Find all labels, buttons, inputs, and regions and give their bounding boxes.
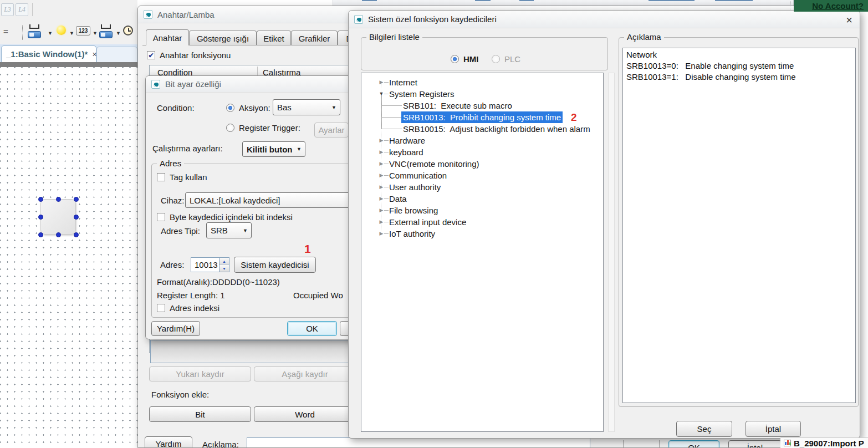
tree-item-system-registers[interactable]: ▼ System Registers xyxy=(361,88,603,100)
system-dialog-titlebar[interactable]: Sistem özel fonksiyon kaydedicileri xyxy=(349,11,860,28)
chevron-right-icon[interactable]: ▶ xyxy=(377,146,385,158)
tree-item-keyboard[interactable]: ▶ keyboard xyxy=(361,146,603,158)
switch-dropdown-arrow-icon[interactable]: ▼ xyxy=(48,30,53,36)
chevron-right-icon[interactable]: ▶ xyxy=(377,158,385,170)
window-button-l3[interactable]: L3 xyxy=(1,3,14,16)
use-tag-checkbox[interactable]: Tag kullan xyxy=(157,172,207,182)
lamp-widget-icon[interactable] xyxy=(57,26,66,35)
radio-label: Register Trigger: xyxy=(239,123,300,133)
byte-bit-index-checkbox[interactable]: Byte kaydedici içindeki bit indeksi xyxy=(157,212,293,222)
tab-anahtar[interactable]: Anahtar xyxy=(146,29,189,45)
numeric-dropdown-arrow-icon[interactable]: ▼ xyxy=(93,30,98,36)
tree-item-internet[interactable]: ▶ Internet xyxy=(361,77,603,88)
selection-handle-e[interactable] xyxy=(74,215,79,220)
description-line: SRB10013=1: Disable changing system time xyxy=(626,72,852,83)
tree-item-user-authority[interactable]: ▶ User authority xyxy=(361,181,603,193)
tree-item-data[interactable]: ▶ Data xyxy=(361,193,603,205)
chevron-right-icon[interactable]: ▶ xyxy=(377,228,385,240)
selection-handle-se[interactable] xyxy=(74,232,79,237)
tree-item-vnc[interactable]: ▶ VNC(remote monitoring) xyxy=(361,158,603,170)
help-button[interactable]: Yardım(H) xyxy=(151,321,200,336)
tree-item-srb10015[interactable]: SRB10015: Adjust backlight forbidden whe… xyxy=(361,123,603,135)
bit-dialog-titlebar[interactable]: Bit ayar özelliği xyxy=(146,76,364,93)
chevron-right-icon[interactable]: ▶ xyxy=(377,193,385,205)
plc-radio[interactable]: PLC xyxy=(492,54,520,64)
selection-handle-n[interactable] xyxy=(56,197,61,202)
condition-label: Condition: xyxy=(157,103,195,113)
clock-widget-icon[interactable] xyxy=(123,26,133,35)
tab-close-icon[interactable]: × xyxy=(92,50,96,59)
no-account-link[interactable]: No Account? xyxy=(812,1,864,11)
cancel-button[interactable]: İptal xyxy=(746,421,801,437)
toolbar-drag-handle-icon[interactable]: = xyxy=(3,27,8,36)
scroll-down-button[interactable]: Aşağı kaydır xyxy=(254,366,356,381)
selection-handle-ne[interactable] xyxy=(74,197,79,202)
design-canvas[interactable] xyxy=(0,67,137,448)
cancel-button[interactable]: İptal xyxy=(728,440,782,448)
toggle-dropdown-arrow-icon[interactable]: ▼ xyxy=(116,30,121,36)
selection-handle-w[interactable] xyxy=(38,215,43,220)
chevron-right-icon[interactable]: ▶ xyxy=(377,170,385,181)
action-radio[interactable]: Aksiyon: xyxy=(226,103,270,113)
action-select[interactable]: Bas ▼ xyxy=(273,99,340,115)
ok-button[interactable]: OK xyxy=(668,440,719,448)
tab-grafikler[interactable]: Grafikler xyxy=(291,30,338,45)
selection-handle-nw[interactable] xyxy=(38,197,43,202)
address-type-select[interactable]: SRB ▼ xyxy=(206,222,252,238)
chevron-right-icon[interactable]: ▶ xyxy=(377,205,385,216)
address-input[interactable]: 10013 xyxy=(191,257,219,272)
toggle-body-glyph xyxy=(99,31,113,38)
ok-button[interactable]: OK xyxy=(287,321,337,336)
tree-item-srb10013-selected[interactable]: SRB10013: Prohibit changing system time … xyxy=(361,111,603,123)
tab-basic-window[interactable]: _1:Basic Window(1)* × xyxy=(1,45,96,62)
tree-item-communication[interactable]: ▶ Communication xyxy=(361,170,603,181)
numeric-display-icon[interactable]: 123 xyxy=(76,26,90,35)
close-icon[interactable]: × xyxy=(842,13,856,27)
add-bit-button[interactable]: Bit xyxy=(149,406,251,422)
lamp-dropdown-arrow-icon[interactable]: ▼ xyxy=(69,30,74,36)
spinner-up-icon[interactable]: ▲ xyxy=(219,258,229,264)
chevron-right-icon[interactable]: ▶ xyxy=(377,135,385,146)
description-input[interactable] xyxy=(247,437,590,448)
status-text: B_29007:Import P xyxy=(794,439,864,448)
switch-widget-icon[interactable] xyxy=(28,24,44,39)
switch-function-checkbox[interactable]: ✔ Anahtar fonksiyonu xyxy=(147,50,231,60)
address-index-checkbox[interactable]: Adres indeksi xyxy=(157,303,219,313)
tree-item-file-browsing[interactable]: ▶ File browsing xyxy=(361,205,603,216)
tree-item-label: System Registers xyxy=(389,88,455,100)
help-button[interactable]: Yardım xyxy=(145,436,192,448)
device-select[interactable]: LOKAL:[Lokal kaydedici] xyxy=(185,192,365,208)
register-tree[interactable]: ▶ Internet ▼ System Registers SRB101: Ex… xyxy=(361,73,604,432)
selection-handle-s[interactable] xyxy=(56,232,61,237)
tree-item-external-input[interactable]: ▶ External input device xyxy=(361,216,603,228)
system-register-button[interactable]: Sistem kaydedicisi xyxy=(234,257,316,273)
run-settings-select[interactable]: Kilitli buton ▼ xyxy=(242,141,305,157)
window-button-l4[interactable]: L4 xyxy=(16,3,28,16)
tab-etiket[interactable]: Etiket xyxy=(257,30,291,45)
window-top-accent xyxy=(362,0,377,1)
tree-item-iot-authority[interactable]: ▶ IoT authority xyxy=(361,228,603,240)
chevron-right-icon[interactable]: ▶ xyxy=(377,216,385,228)
group-legend: Bilgileri listele xyxy=(366,32,422,42)
tab-gosterge-isigi[interactable]: Gösterge ışığı xyxy=(189,30,257,45)
select-button[interactable]: Seç xyxy=(676,421,732,437)
tree-item-hardware[interactable]: ▶ Hardware xyxy=(361,135,603,146)
selection-handle-sw[interactable] xyxy=(38,232,43,237)
tree-item-srb101[interactable]: SRB101: Execute sub macro xyxy=(361,100,603,111)
tree-item-label: IoT authority xyxy=(389,228,435,240)
spinner-down-icon[interactable]: ▼ xyxy=(219,264,229,272)
hmi-radio[interactable]: HMI xyxy=(451,54,479,64)
background-tab[interactable] xyxy=(96,47,137,62)
selected-switch-widget[interactable] xyxy=(40,199,76,235)
chevron-right-icon[interactable]: ▶ xyxy=(377,181,385,193)
toggle-widget-icon[interactable] xyxy=(99,24,116,39)
scroll-up-button[interactable]: Yukarı kaydır xyxy=(149,366,251,381)
address-spinner[interactable]: ▲ ▼ xyxy=(219,257,229,272)
register-trigger-radio[interactable]: Register Trigger: xyxy=(226,123,300,133)
add-word-button[interactable]: Word xyxy=(254,406,356,422)
chevron-down-icon[interactable]: ▼ xyxy=(377,88,385,100)
description-text-area[interactable]: Network SRB10013=0: Enable changing syst… xyxy=(622,48,856,403)
tree-scrollbar[interactable] xyxy=(608,73,615,432)
chevron-right-icon[interactable]: ▶ xyxy=(377,77,385,88)
trigger-settings-button[interactable]: Ayarlar xyxy=(314,123,349,138)
